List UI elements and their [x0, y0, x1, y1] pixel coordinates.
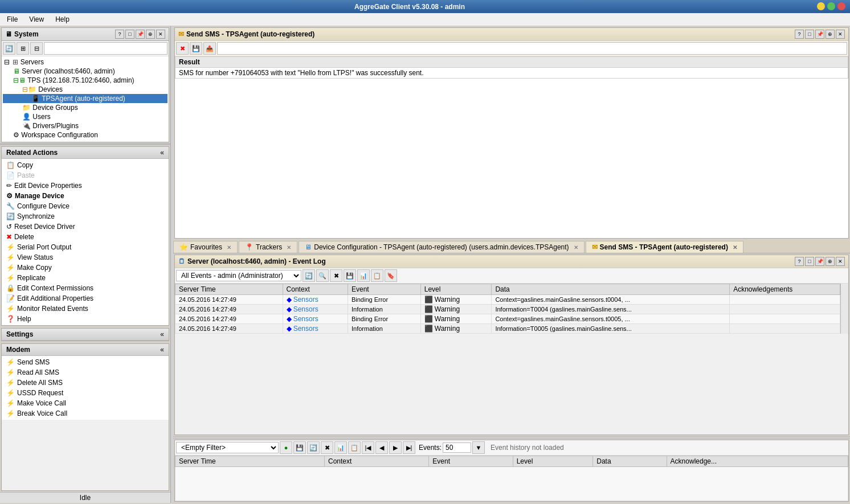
float-button[interactable]: □ [125, 30, 134, 39]
tree-item-users[interactable]: 👤 Users [3, 112, 167, 121]
tree-search-input[interactable] [44, 42, 167, 55]
modem-break-voice-call[interactable]: ⚡ Break Voice Call [2, 408, 169, 419]
sms-save-button[interactable]: 💾 [190, 42, 202, 55]
action-monitor-events[interactable]: ⚡ Monitor Related Events [2, 304, 169, 314]
menu-file[interactable]: File [5, 14, 20, 24]
tab-send-sms[interactable]: ✉ Send SMS - TPSAgent (auto-registered) … [586, 241, 743, 253]
close-button[interactable] [837, 2, 845, 10]
action-edit-permissions[interactable]: 🔒 Edit Context Permissions [2, 283, 169, 293]
pin-button[interactable]: 📌 [136, 30, 145, 39]
action-edit-additional-props[interactable]: 📝 Edit Additional Properties [2, 293, 169, 304]
bottom-filter-select[interactable]: <Empty Filter> [176, 442, 279, 453]
bot-mark-button[interactable]: 📋 [348, 441, 361, 454]
ev-float-button[interactable]: □ [805, 257, 814, 266]
tree-item-server-local[interactable]: 🖥 Server (localhost:6460, admin) [3, 67, 167, 76]
bot-go-button[interactable]: ● [280, 441, 292, 454]
sms-help-button[interactable]: ? [795, 30, 804, 39]
refresh-button[interactable]: 🔄 [3, 42, 15, 55]
modem-header[interactable]: Modem « [2, 344, 169, 356]
bot-next-button[interactable]: ▶ [389, 441, 402, 454]
tree-item-device-groups[interactable]: 📁 Device Groups [3, 103, 167, 112]
tree-item-workspace[interactable]: ⚙ Workspace Configuration [3, 130, 167, 140]
tab-trackers[interactable]: 📍 Trackers ✕ [239, 241, 297, 253]
tree-item-servers[interactable]: ⊟ ⊞ Servers [3, 58, 167, 67]
maximize-button[interactable] [827, 2, 835, 10]
action-edit-device-props[interactable]: ✏ Edit Device Properties [2, 181, 169, 191]
action-reset-driver[interactable]: ↺ Reset Device Driver [2, 222, 169, 232]
ev-help-button[interactable]: ? [795, 257, 804, 266]
ev-export-button[interactable]: ✖ [330, 269, 342, 282]
action-copy[interactable]: 📋 Copy [2, 160, 169, 170]
expand-all-button[interactable]: ⊞ [17, 42, 29, 55]
ev-chart-button[interactable]: 📊 [357, 269, 370, 282]
tree-area[interactable]: ⊟ ⊞ Servers 🖥 Server (localhost:6460, ad… [2, 56, 169, 142]
modem-read-all-sms[interactable]: ⚡ Read All SMS [2, 367, 169, 378]
tab-device-config-close[interactable]: ✕ [574, 244, 578, 251]
ev-expand-button[interactable]: ⊕ [826, 257, 835, 266]
event-filter-select[interactable]: All Events - admin (Administrator) [176, 270, 301, 281]
bot-first-button[interactable]: |◀ [362, 441, 374, 454]
related-actions-header[interactable]: Related Actions « [2, 147, 169, 159]
expand-button[interactable]: ⊕ [146, 30, 155, 39]
tab-favourites[interactable]: ⭐ Favourites ✕ [173, 241, 238, 253]
bot-export-button[interactable]: ✖ [321, 441, 333, 454]
bot-prev-button[interactable]: ◀ [375, 441, 388, 454]
event-row-3[interactable]: 24.05.2016 14:27:49 ◆ Sensors Informatio… [175, 324, 840, 334]
ev-context-0[interactable]: ◆ Sensors [283, 295, 348, 305]
sms-float-button[interactable]: □ [805, 30, 814, 39]
bot-refresh-button[interactable]: 🔄 [307, 441, 320, 454]
action-paste[interactable]: 📄 Paste [2, 170, 169, 181]
ev-context-2[interactable]: ◆ Sensors [283, 314, 348, 324]
ev-refresh-button[interactable]: 🔄 [303, 269, 315, 282]
action-configure-device[interactable]: 🔧 Configure Device [2, 201, 169, 211]
action-manage-device[interactable]: ⚙ Manage Device [2, 191, 169, 201]
tree-item-server-tps[interactable]: ⊟🖥 TPS (192.168.75.102:6460, admin) [3, 76, 167, 85]
tab-device-config[interactable]: 🖥 Device Configuration - TPSAgent (auto-… [299, 241, 584, 253]
action-serial-port[interactable]: ⚡ Serial Port Output [2, 242, 169, 252]
tree-item-tpsagent[interactable]: 📱 TPSAgent (auto-registered) [3, 94, 167, 103]
ev-scrollbar[interactable] [840, 284, 848, 334]
menu-view[interactable]: View [27, 14, 46, 24]
bot-last-button[interactable]: ▶| [403, 441, 415, 454]
splitter-1[interactable] [0, 144, 170, 145]
sms-close-button[interactable]: ✕ [836, 30, 845, 39]
action-delete[interactable]: ✖ Delete [2, 232, 169, 242]
settings-header[interactable]: Settings « [2, 329, 169, 341]
collapse-all-button[interactable]: ⊟ [30, 42, 43, 55]
tab-favourites-close[interactable]: ✕ [227, 244, 231, 251]
events-dropdown[interactable]: ▼ [472, 441, 485, 454]
modem-delete-all-sms[interactable]: ⚡ Delete All SMS [2, 378, 169, 388]
event-row-0[interactable]: 24.05.2016 14:27:49 ◆ Sensors Binding Er… [175, 295, 840, 305]
modem-send-sms[interactable]: ⚡ Send SMS [2, 357, 169, 367]
sms-export-button[interactable]: 📤 [203, 42, 216, 55]
tree-item-drivers[interactable]: 🔌 Drivers/Plugins [3, 121, 167, 130]
sms-search-input[interactable] [217, 42, 847, 55]
ev-bookmark-button[interactable]: 🔖 [385, 269, 397, 282]
close-panel-button[interactable]: ✕ [156, 30, 165, 39]
action-synchronize[interactable]: 🔄 Synchronize [2, 211, 169, 222]
tab-send-sms-close[interactable]: ✕ [733, 244, 737, 251]
minimize-button[interactable] [817, 2, 825, 10]
bot-save-button[interactable]: 💾 [293, 441, 306, 454]
ev-save-button[interactable]: 💾 [344, 269, 356, 282]
tab-trackers-close[interactable]: ✕ [287, 244, 291, 251]
action-help[interactable]: ❓ Help [2, 314, 169, 324]
action-view-status[interactable]: ⚡ View Status [2, 252, 169, 263]
ev-context-3[interactable]: ◆ Sensors [283, 324, 348, 334]
event-row-2[interactable]: 24.05.2016 14:27:49 ◆ Sensors Binding Er… [175, 314, 840, 324]
sms-stop-button[interactable]: ✖ [176, 42, 189, 55]
ev-filter-button[interactable]: 🔍 [316, 269, 329, 282]
action-replicate[interactable]: ⚡ Replicate [2, 273, 169, 283]
tree-item-devices-folder[interactable]: ⊟📁 Devices [3, 85, 167, 94]
menu-help[interactable]: Help [53, 14, 72, 24]
events-count-input[interactable] [443, 442, 471, 453]
action-make-copy[interactable]: ⚡ Make Copy [2, 263, 169, 273]
modem-ussd-request[interactable]: ⚡ USSD Request [2, 388, 169, 398]
ev-close-button[interactable]: ✕ [836, 257, 845, 266]
ev-pin-button[interactable]: 📌 [815, 257, 824, 266]
horizontal-splitter[interactable] [173, 436, 850, 439]
modem-make-voice-call[interactable]: ⚡ Make Voice Call [2, 398, 169, 408]
sms-pin-button[interactable]: 📌 [815, 30, 824, 39]
ev-mark-button[interactable]: 📋 [371, 269, 383, 282]
help-button[interactable]: ? [115, 30, 124, 39]
